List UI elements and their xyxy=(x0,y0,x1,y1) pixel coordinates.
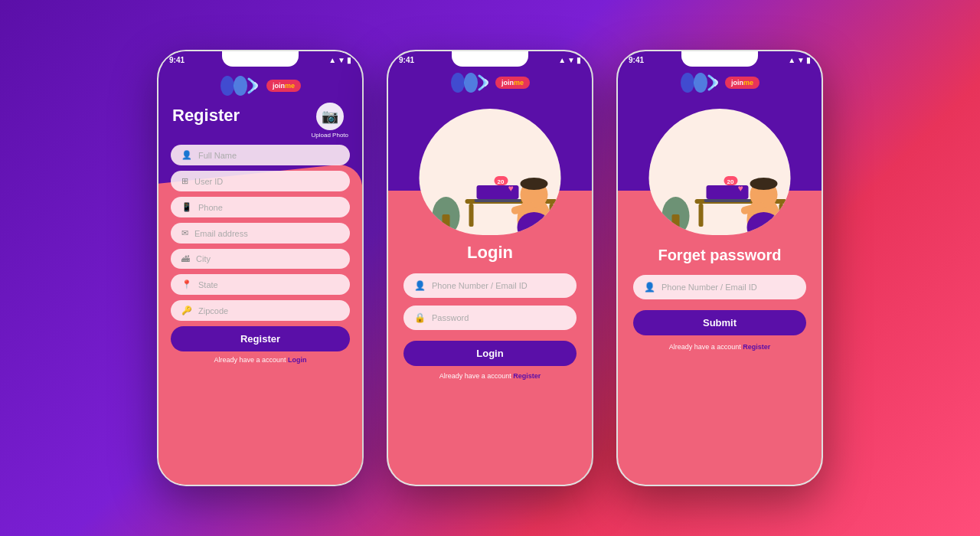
fp-status-time: 9:41 xyxy=(629,56,644,64)
wifi-icon: ▼ xyxy=(338,56,345,64)
upload-photo-button[interactable]: 📷 Upload Photo xyxy=(312,103,348,139)
fp-battery-icon: ▮ xyxy=(806,56,811,64)
field-email[interactable]: ✉ Email address xyxy=(171,223,350,243)
login-status-time: 9:41 xyxy=(399,56,414,64)
fp-logo-badge: joinme xyxy=(725,77,760,89)
zipcode-icon: 🔑 xyxy=(181,306,192,315)
battery-icon: ▮ xyxy=(347,56,351,64)
login-phone-field[interactable]: 👤 Phone Number / Email ID xyxy=(403,273,577,298)
svg-point-17 xyxy=(544,214,553,222)
svg-point-21 xyxy=(681,73,694,93)
lock-icon: 🔒 xyxy=(414,312,426,323)
field-userid[interactable]: ⊞ User ID xyxy=(171,171,350,191)
login-screen: 9:41 ▲ ▼ ▮ joinme xyxy=(388,51,592,485)
login-link[interactable]: Login xyxy=(288,356,307,364)
svg-text:20: 20 xyxy=(727,178,734,185)
login-already-text: Already have a account Register xyxy=(439,372,541,380)
fp-signal-icon: ▲ xyxy=(788,56,795,64)
login-logo-badge: joinme xyxy=(495,77,530,89)
logo-area: joinme xyxy=(158,64,362,96)
forget-password-screen: 9:41 ▲ ▼ ▮ joinme xyxy=(618,51,822,485)
phone-login: 9:41 ▲ ▼ ▮ joinme xyxy=(387,50,593,486)
email-icon: ✉ xyxy=(181,228,188,238)
fp-logo-area: joinme xyxy=(680,72,760,93)
login-status-icons: ▲ ▼ ▮ xyxy=(558,56,581,64)
svg-point-36 xyxy=(773,214,782,222)
svg-text:20: 20 xyxy=(498,178,505,185)
forget-password-title: Forget password xyxy=(658,247,781,264)
phone-icon: 📱 xyxy=(181,202,192,212)
city-placeholder: City xyxy=(196,254,211,263)
submit-button[interactable]: Submit xyxy=(633,310,806,335)
field-fullname[interactable]: 👤 Full Name xyxy=(171,145,350,165)
fp-already-text: Already have a account Register xyxy=(669,343,771,351)
svg-point-1 xyxy=(234,76,247,96)
svg-rect-7 xyxy=(469,204,474,227)
svg-point-2 xyxy=(451,73,465,93)
register-title: Register xyxy=(172,106,240,126)
svg-rect-26 xyxy=(699,204,704,227)
login-register-link[interactable]: Register xyxy=(513,372,541,380)
email-placeholder: Email address xyxy=(194,229,248,238)
register-screen: 9:41 ▲ ▼ ▮ joinme xyxy=(158,51,362,485)
phone-placeholder: Phone xyxy=(198,203,223,212)
svg-rect-24 xyxy=(672,214,680,230)
zipcode-placeholder: Zipcode xyxy=(198,306,228,315)
login-wifi-logo xyxy=(450,72,492,93)
field-state[interactable]: 📍 State xyxy=(171,274,350,295)
fullname-placeholder: Full Name xyxy=(198,151,237,160)
fp-wifi-logo xyxy=(680,72,722,93)
fp-illustration: 20 ♥ xyxy=(649,109,791,243)
svg-rect-29 xyxy=(704,199,751,202)
login-user-icon: 👤 xyxy=(414,280,426,291)
login-signal-icon: ▲ xyxy=(558,56,566,64)
svg-point-22 xyxy=(694,73,707,93)
phone-forget-password: 9:41 ▲ ▼ ▮ joinme xyxy=(616,50,823,486)
fp-wifi-icon: ▼ xyxy=(797,56,805,64)
camera-icon: 📷 xyxy=(316,103,344,130)
phone-register: 9:41 ▲ ▼ ▮ joinme xyxy=(157,50,364,486)
login-battery-icon: ▮ xyxy=(577,56,581,64)
notch-fp xyxy=(681,51,758,67)
city-icon: 🏙 xyxy=(181,254,190,263)
fp-user-icon: 👤 xyxy=(644,282,655,293)
userid-placeholder: User ID xyxy=(194,177,223,186)
svg-text:♥: ♥ xyxy=(738,183,743,194)
fp-register-link[interactable]: Register xyxy=(743,343,770,351)
svg-point-14 xyxy=(521,178,548,190)
login-title: Login xyxy=(467,243,513,263)
login-wifi-icon: ▼ xyxy=(567,56,575,64)
fp-phone-placeholder: Phone Number / Email ID xyxy=(662,283,757,292)
svg-point-0 xyxy=(220,76,234,96)
login-button[interactable]: Login xyxy=(403,341,577,366)
svg-point-3 xyxy=(464,73,478,93)
login-logo-area: joinme xyxy=(450,72,530,93)
fp-status-icons: ▲ ▼ ▮ xyxy=(788,56,811,64)
fp-phone-field[interactable]: 👤 Phone Number / Email ID xyxy=(633,275,806,299)
notch-login xyxy=(452,51,528,67)
state-placeholder: State xyxy=(198,280,218,289)
field-city[interactable]: 🏙 City xyxy=(171,249,350,269)
state-icon: 📍 xyxy=(181,279,192,289)
signal-icon: ▲ xyxy=(328,56,336,64)
login-illustration: 20 ♥ xyxy=(420,109,561,243)
register-button[interactable]: Register xyxy=(171,326,350,351)
register-already-text: Already have a account Login xyxy=(171,356,350,364)
field-zipcode[interactable]: 🔑 Zipcode xyxy=(171,300,350,321)
field-phone[interactable]: 📱 Phone xyxy=(171,197,350,217)
logo-badge: joinme xyxy=(266,80,301,92)
wifi-logo xyxy=(220,75,262,96)
svg-rect-5 xyxy=(443,214,450,230)
upload-photo-label: Upload Photo xyxy=(312,132,348,139)
status-icons: ▲ ▼ ▮ xyxy=(328,56,351,64)
svg-rect-10 xyxy=(475,199,521,202)
user-icon: 👤 xyxy=(181,150,192,160)
svg-point-33 xyxy=(750,178,778,190)
login-password-field[interactable]: 🔒 Password xyxy=(403,306,577,330)
status-time: 9:41 xyxy=(169,56,185,64)
login-phone-placeholder: Phone Number / Email ID xyxy=(432,281,528,290)
login-password-placeholder: Password xyxy=(432,313,469,322)
grid-icon: ⊞ xyxy=(181,176,188,186)
svg-text:♥: ♥ xyxy=(508,183,514,194)
notch-register xyxy=(222,51,299,67)
